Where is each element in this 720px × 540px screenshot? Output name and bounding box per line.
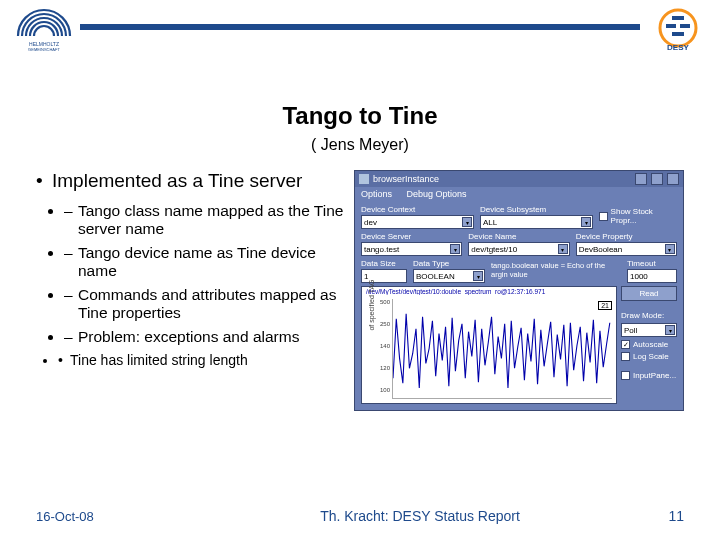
svg-rect-3 <box>672 16 684 20</box>
chevron-down-icon: ▾ <box>558 244 568 254</box>
checkbox-autoscale[interactable]: ✓Autoscale <box>621 340 677 349</box>
helmholtz-logo: HELMHOLTZ GEMEINSCHAFT <box>14 6 74 52</box>
desy-logo: DESY <box>650 6 706 52</box>
menu-debug[interactable]: Debug Options <box>407 189 467 199</box>
header-rule <box>80 24 640 30</box>
combo-name[interactable]: dev/tgtest/10▾ <box>468 242 569 256</box>
footer-page: 11 <box>644 508 684 524</box>
footer: 16-Oct-08 Th. Kracht: DESY Status Report… <box>0 508 720 524</box>
footer-date: 16-Oct-08 <box>36 509 196 524</box>
browser-window: browserInstance Options Debug Options De… <box>354 170 684 411</box>
menubar: Options Debug Options <box>355 187 683 201</box>
minimize-button[interactable] <box>635 173 647 185</box>
bullet-sub: Commands and attributes mapped as Tine p… <box>64 286 348 322</box>
status-text: tango.boolean value = Echo of the argin … <box>491 261 621 279</box>
ytick: 250 <box>378 321 390 327</box>
label-subsystem: Device Subsystem <box>480 205 593 214</box>
label-timeout: Timeout <box>627 259 677 268</box>
slide-title: Tango to Tine <box>0 102 720 130</box>
label-property: Device Property <box>576 232 677 241</box>
svg-rect-6 <box>672 32 684 36</box>
close-button[interactable] <box>667 173 679 185</box>
chart-badge: 21 <box>598 301 612 310</box>
combo-subsystem[interactable]: ALL▾ <box>480 215 593 229</box>
chevron-down-icon: ▾ <box>581 217 591 227</box>
app-icon <box>359 174 369 184</box>
window-title: browserInstance <box>373 174 439 184</box>
bullet-sub: Tango device name as Tine device name <box>64 244 348 280</box>
text-column: Implemented as a Tine server Tango class… <box>36 170 348 411</box>
combo-type[interactable]: BOOLEAN▾ <box>413 269 485 283</box>
label-server: Device Server <box>361 232 462 241</box>
drawmode-label: Draw Mode: <box>621 311 677 320</box>
checkbox-stock-prop[interactable]: Show Stock Propr... <box>599 207 677 225</box>
maximize-button[interactable] <box>651 173 663 185</box>
combo-server[interactable]: tango.test▾ <box>361 242 462 256</box>
bullet-sub: Problem: exceptions and alarms <box>64 328 348 346</box>
ytick: 120 <box>378 365 390 371</box>
label-type: Data Type <box>413 259 485 268</box>
combo-property[interactable]: DevBoolean▾ <box>576 242 677 256</box>
svg-point-2 <box>660 10 696 46</box>
chevron-down-icon: ▾ <box>665 325 675 335</box>
chart-plot <box>392 299 612 399</box>
read-button[interactable]: Read <box>621 286 677 301</box>
input-timeout[interactable]: 1000 <box>627 269 677 283</box>
ytick: 140 <box>378 343 390 349</box>
chart: /dev/MyTest/dev/tgtest/10:double_spectru… <box>361 286 617 404</box>
combo-context[interactable]: dev▾ <box>361 215 474 229</box>
menu-options[interactable]: Options <box>361 189 392 199</box>
chart-ylabel: of specified TAG <box>368 265 375 345</box>
window-titlebar[interactable]: browserInstance <box>355 171 683 187</box>
chart-caption: /dev/MyTest/dev/tgtest/10:double_spectru… <box>366 288 612 295</box>
label-context: Device Context <box>361 205 474 214</box>
svg-text:GEMEINSCHAFT: GEMEINSCHAFT <box>28 47 60 52</box>
chevron-down-icon: ▾ <box>450 244 460 254</box>
label-name: Device Name <box>468 232 569 241</box>
chevron-down-icon: ▾ <box>473 271 483 281</box>
bullet-sub: Tango class name mapped as the Tine serv… <box>64 202 348 238</box>
combo-drawmode[interactable]: Poll▾ <box>621 323 677 337</box>
svg-rect-5 <box>680 24 690 28</box>
bullet-main: Implemented as a Tine server <box>36 170 348 192</box>
bullet-subsub: Tine has limited string length <box>58 352 348 368</box>
ytick: 500 <box>378 299 390 305</box>
footer-center: Th. Kracht: DESY Status Report <box>196 508 644 524</box>
chevron-down-icon: ▾ <box>462 217 472 227</box>
checkbox-logscale[interactable]: Log Scale <box>621 352 677 361</box>
slide-subtitle: ( Jens Meyer) <box>0 136 720 154</box>
checkbox-inputpanel[interactable]: InputPane... <box>621 371 677 380</box>
ytick: 100 <box>378 387 390 393</box>
svg-text:DESY: DESY <box>667 43 689 52</box>
chevron-down-icon: ▾ <box>665 244 675 254</box>
svg-rect-4 <box>666 24 676 28</box>
